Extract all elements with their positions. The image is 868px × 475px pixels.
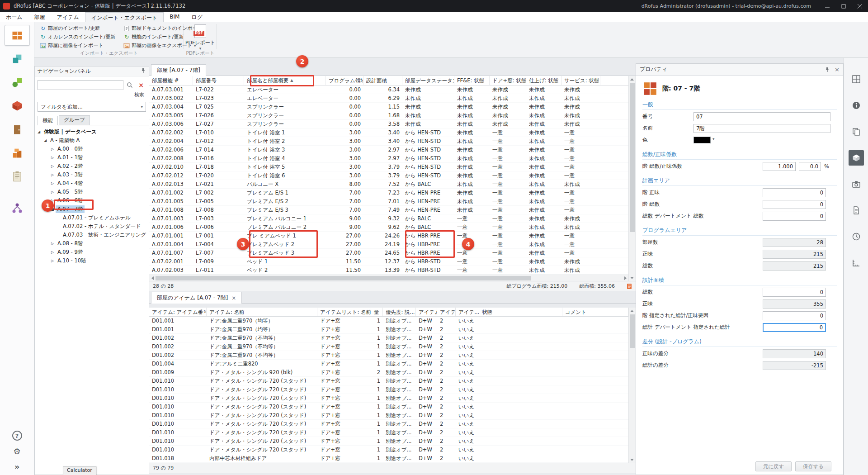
tree-expander-icon[interactable]: ◢ [36, 130, 42, 134]
pin-icon[interactable] [825, 67, 830, 72]
scroll-down-arrow[interactable] [629, 275, 635, 281]
item-row[interactable]: D01.002 ドア:金属二重970（不均等） ドア+窓 1 別途オプ... D… [149, 334, 628, 342]
tree-item-floor-9[interactable]: ▷A.09 - 9階 [35, 248, 149, 256]
col-item-extra1[interactable]: アイテム... [416, 308, 437, 316]
color-caret-icon[interactable]: ▾ [712, 137, 715, 141]
tab-group[interactable]: グループ [59, 115, 90, 125]
tree-item-technical-engineering[interactable]: A.07.03 - 技術・エンジニアリング [35, 231, 149, 239]
room-row[interactable]: A.07.02.010 L7-018 トイレ付 浴室 5 3.00 3.79 か… [149, 163, 628, 171]
room-row[interactable]: A.07.02.001 L7-009 ベッド 1 11.50 12.37 から … [149, 257, 628, 266]
tab-room-items-a07[interactable]: 部屋のアイテム [A.07 - 7階] × [151, 292, 242, 304]
room-row[interactable]: A.07.01.003 L7-003 プレミアム バルコニー 1 9.00 9.… [149, 214, 628, 223]
item-row[interactable]: D01.010 ドア・メタル・シングル 720 (スタッド) ドア+窓 1 別途… [149, 377, 628, 385]
tree-item-floor-10[interactable]: ▷A.10 - 10階 [35, 256, 149, 265]
tree-item-database[interactable]: ◢体験版 | データベース [35, 128, 149, 136]
menu-items[interactable]: アイテム [51, 12, 85, 22]
tree-expander-icon[interactable]: ▷ [49, 259, 56, 263]
module-products-button[interactable] [5, 72, 30, 93]
tree-item-floor-2[interactable]: ▷A.02 - 2階 [35, 162, 149, 171]
revert-button[interactable]: 元に戻す [755, 461, 792, 471]
col-item-name[interactable]: アイテム: 名前 [207, 308, 317, 316]
col-room-name[interactable]: 部屋名と部屋概要▲ [244, 76, 326, 85]
room-row[interactable]: A.07.02.006 L7-014 トイレ付 浴室 3 3.00 2.97 か… [149, 146, 628, 154]
col-door-window-status[interactable]: ドア+窓: 状態 [490, 76, 526, 85]
room-row[interactable]: A.07.03.004 L7-025 スプリンクラー 0.00 1.15 未作成… [149, 103, 628, 111]
add-filter-dropdown[interactable]: フィルタを追加... ▾ [38, 102, 146, 112]
room-row[interactable]: A.07.01.004 L7-004 プレミアムベッド 2 27.00 24.1… [149, 240, 628, 249]
col-ffe-status[interactable]: FF&E: 状態 [454, 76, 490, 85]
scroll-thumb[interactable] [630, 83, 635, 232]
scroll-thumb[interactable] [156, 276, 531, 280]
pdf-report-button[interactable]: PDF PDFレポート ▾ [185, 24, 215, 51]
tree-expander-icon[interactable]: ▷ [49, 190, 56, 194]
room-row[interactable]: A.07.01.006 L7-006 プレミアム バルコニー 2 9.00 9.… [149, 223, 628, 232]
scroll-right-arrow[interactable] [622, 275, 628, 281]
item-row[interactable]: D01.010 ドア・メタル・シングル 720 (スタッド) ドア+窓 1 別途… [149, 385, 628, 394]
room-row[interactable]: A.07.01.008 L7-008 プレミアム E/S 3 7.00 7.49… [149, 206, 628, 214]
item-row[interactable]: D01.018 内部中芯木材枠組みドア ドア+窓 1 別途オプ... D+W 2… [149, 454, 628, 463]
images-panel-button[interactable] [849, 176, 864, 192]
col-priority[interactable]: 優先度: 説... [383, 308, 416, 316]
planned-gross-input[interactable] [763, 200, 826, 209]
tree-item-hotel-standard[interactable]: A.07.02 - ホテル・スタンダード [35, 222, 149, 231]
search-link[interactable]: 検索 [134, 92, 144, 98]
module-doors-button[interactable] [5, 119, 30, 140]
col-room-number[interactable]: 部屋番号 [193, 76, 244, 85]
scroll-left-arrow[interactable] [149, 275, 156, 281]
copies-panel-button[interactable] [849, 124, 864, 139]
menu-log[interactable]: ログ [185, 12, 208, 22]
room-row[interactable]: A.07.02.013 L7-021 バルコニー X 8.00 7.52 から … [149, 180, 628, 189]
module-occurrences-button[interactable] [5, 48, 30, 69]
item-row[interactable]: D01.010 ドア・メタル・シングル 720 (スタッド) ドア+窓 1 別途… [149, 403, 628, 411]
room-row[interactable]: A.07.02.003 L7-011 ベッド 2 11.50 13.39 から … [149, 266, 628, 275]
room-row[interactable]: A.07.03.005 L7-026 スプリンクラー 0.00 1.68 未作成… [149, 111, 628, 120]
components-panel-button[interactable] [849, 150, 864, 166]
scroll-down-arrow[interactable] [629, 456, 635, 463]
number-input[interactable] [693, 112, 830, 121]
tree-item-floor-3[interactable]: ▷A.03 - 3階 [35, 171, 149, 179]
tree-expander-icon[interactable]: ▷ [49, 173, 56, 177]
close-panel-icon[interactable]: × [835, 66, 840, 73]
planned-net-input[interactable] [763, 188, 826, 197]
tree-item-floor-4[interactable]: ▷A.04 - 4階 [35, 179, 149, 188]
settings-button[interactable]: ⚙ [13, 447, 20, 456]
grid-view-button[interactable] [849, 71, 864, 87]
item-row[interactable]: D01.002 ドア:金属二重970（不均等） ドア+窓 1 別途オプ... D… [149, 342, 628, 351]
col-finish-status[interactable]: 仕上げ: 状態 [526, 76, 561, 85]
col-design-area[interactable]: 設計面積 [363, 76, 402, 85]
expand-sidebar-button[interactable]: » [14, 462, 20, 471]
search-button[interactable] [125, 80, 135, 90]
tab-rooms-a07[interactable]: 部屋 [A.07 - 7階] [151, 64, 206, 76]
col-service-status[interactable]: サービス: 状態 [561, 76, 600, 85]
tree-expander-icon[interactable]: ▷ [49, 242, 56, 246]
close-button[interactable] [852, 0, 868, 12]
item-row[interactable]: D01.009 ドア・メタル・シングル 920 (blk) ドア+窓 2 別途オ… [149, 368, 628, 377]
design-specified-factor-input[interactable] [763, 311, 826, 320]
room-row[interactable]: A.07.03.001 L7-022 エレベーター 0.00 6.34 未作成 … [149, 86, 628, 94]
tree-item-premium-hotel[interactable]: A.07.01 - プレミアムホテル [35, 214, 149, 222]
tree-expander-icon[interactable]: ▷ [49, 250, 56, 254]
tree-expander-icon[interactable]: ▷ [49, 181, 56, 185]
col-room-data-status[interactable]: 部屋データステータス [402, 76, 454, 85]
scroll-up-arrow[interactable] [629, 76, 635, 82]
name-input[interactable] [693, 124, 830, 133]
menu-home[interactable]: ホーム [0, 12, 28, 22]
item-row[interactable]: D01.010 ドア・メタル・シングル 720 (スタッド) ドア+窓 1 別途… [149, 394, 628, 403]
scroll-up-arrow[interactable] [629, 308, 635, 314]
items-vertical-scrollbar[interactable] [628, 308, 636, 463]
rooms-vertical-scrollbar[interactable] [628, 76, 636, 281]
design-gross-input[interactable] [763, 288, 826, 297]
room-image-import-button[interactable]: 部屋に画像をインポート [38, 41, 117, 50]
room-row[interactable]: A.07.01.007 L7-007 プレミアムベッド 3 27.00 24.6… [149, 249, 628, 257]
module-systems-button[interactable] [5, 95, 30, 116]
room-row[interactable]: A.07.01.001 L7-001 プレ ミアムベッド 1 27.00 24.… [149, 232, 628, 240]
help-button[interactable]: ? [12, 431, 22, 441]
tree-item-floor-6[interactable]: ▷A.06 - 6階 [35, 196, 149, 205]
room-row[interactable]: A.07.02.004 L7-012 トイレ付 浴室 2 3.00 3.40 か… [149, 137, 628, 146]
item-row[interactable]: D01.010 ドア・メタル・シングル 720 (スタッド) ドア+窓 1 別途… [149, 411, 628, 420]
tree-expander-icon[interactable]: ▷ [49, 147, 56, 151]
pin-panel-button[interactable] [141, 68, 146, 75]
room-row[interactable]: A.07.02.008 L7-016 トイレ付 浴室 4 3.00 2.97 か… [149, 154, 628, 163]
col-program-area[interactable]: プログラム領域 [326, 76, 363, 85]
room-row[interactable]: A.07.02.012 L7-020 トイレ付 浴室 6 3.00 3.79 か… [149, 171, 628, 180]
